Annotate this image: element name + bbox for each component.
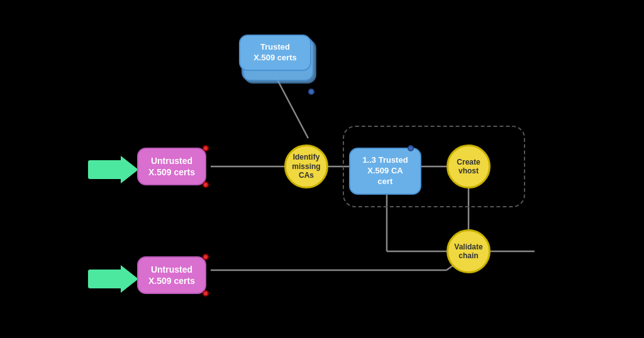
trusted-certs-node: Trusted X.509 certs (239, 35, 321, 91)
ca-cert-rect: 1..3 Trusted X.509 CA cert (349, 148, 421, 195)
trusted-certs-dot (308, 89, 314, 95)
ca-cert-node: 1..3 Trusted X.509 CA cert (349, 148, 421, 195)
diagram-container: Trusted X.509 certs Untrusted X.509 cert… (0, 0, 644, 338)
trusted-certs-label-line2: X.509 certs (253, 53, 297, 62)
identify-circle: Identify missing CAs (284, 144, 328, 188)
untrusted-bottom-dot1 (203, 254, 209, 260)
untrusted-top-node: Untrusted X.509 certs (137, 148, 206, 185)
ca-cert-line2: X.509 CA cert (367, 166, 402, 186)
untrusted-top-line1: Untrusted (151, 156, 192, 166)
untrusted-bottom-node: Untrusted X.509 certs (137, 256, 206, 294)
untrusted-bottom-line1: Untrusted (151, 264, 192, 275)
create-vhost-circle: Create vhost (447, 144, 491, 188)
trusted-certs-label-line1: Trusted (260, 42, 290, 52)
untrusted-top-rect: Untrusted X.509 certs (137, 148, 206, 185)
untrusted-bottom-line2: X.509 certs (148, 276, 195, 286)
trusted-certs-card-front: Trusted X.509 certs (239, 35, 311, 71)
ca-cert-dot (408, 145, 414, 151)
untrusted-bottom-rect: Untrusted X.509 certs (137, 256, 206, 294)
ca-cert-line1: 1..3 Trusted (362, 155, 408, 165)
validate-chain-node: Validate chain (447, 229, 491, 273)
arrow-body-bottom (88, 270, 121, 288)
identify-node: Identify missing CAs (284, 144, 328, 188)
arrow-head-bottom (121, 265, 138, 293)
untrusted-top-line2: X.509 certs (148, 167, 195, 177)
validate-line1: Validate (454, 243, 482, 251)
arrow-body-top (88, 160, 121, 179)
untrusted-top-dot1 (203, 145, 209, 151)
arrow-untrusted-bottom (88, 265, 138, 293)
validate-chain-circle: Validate chain (447, 229, 491, 273)
create-vhost-node: Create vhost (447, 144, 491, 188)
arrow-untrusted-top (88, 156, 138, 183)
identify-line2: missing (292, 162, 320, 171)
identify-line3: CAs (299, 171, 314, 180)
arrow-head-top (121, 156, 138, 183)
create-vhost-line2: vhost (458, 166, 479, 175)
validate-line2: chain (458, 251, 478, 260)
create-vhost-line1: Create (457, 158, 480, 166)
identify-line1: Identify (293, 153, 320, 161)
